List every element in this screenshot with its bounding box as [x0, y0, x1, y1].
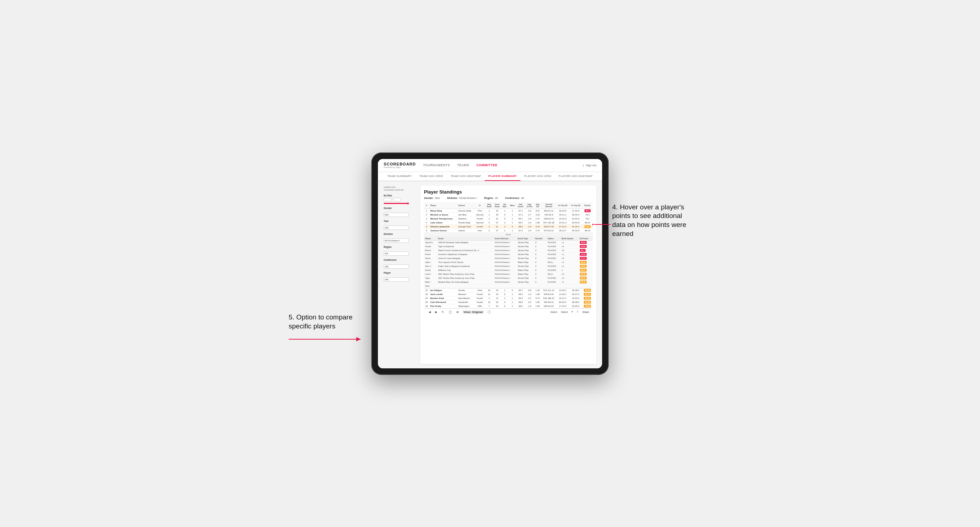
exp-cell-rounds: 3	[534, 272, 547, 276]
table-row-highlighted[interactable]: 5 Christo Lamprecht Georgia Tech Fourth …	[424, 224, 593, 229]
cell-num: 22	[424, 288, 429, 292]
table-row[interactable]: 22 Ian Gilligan Florida Third 10 24 1 0 …	[424, 288, 593, 292]
toolbar-paste-btn[interactable]: ⇄	[455, 310, 460, 314]
exp-cell-impact: +0	[560, 256, 579, 260]
table-row[interactable]: 26 Petr Hruby Washington Fifth 7 23 0 1 …	[424, 304, 593, 308]
cell-rds: 0	[501, 292, 508, 296]
cell-player: Bastien Amat	[429, 296, 457, 300]
subnav-player-h2h-heatmap[interactable]: PLAYER H2H HEATMAP	[555, 172, 597, 181]
subnav-team-h2h-heatmap[interactable]: TEAM H2H HEATMAP	[447, 172, 485, 181]
separator-row: Niche	[424, 232, 593, 237]
range-slider[interactable]	[383, 203, 409, 204]
cell-par: -3.2	[525, 209, 534, 213]
cell-sg: 2.72	[534, 229, 541, 232]
cell-vs50: 19-16-2	[570, 296, 582, 300]
table-row[interactable]: 2 Michael La Sasso Ole Miss Second 1 18 …	[424, 213, 593, 217]
nav-committee[interactable]: COMMITTEE	[477, 163, 498, 168]
cell-yr: Fourth	[474, 224, 485, 229]
exp-cell-div: NCAA Division I	[494, 256, 517, 260]
points-badge-yellow: 40.27	[584, 293, 591, 296]
exp-cell-status: PLAYED	[547, 276, 560, 280]
exp-cell-event: Tiger Invitational	[437, 244, 494, 248]
subnav-player-summary[interactable]: PLAYER SUMMARY	[485, 172, 520, 181]
cell-points[interactable]: 40.58	[582, 288, 593, 292]
division-select[interactable]: NCAA Division I	[383, 238, 409, 243]
cell-wins: 1	[509, 221, 517, 224]
cell-points[interactable]: 76.2	[582, 213, 593, 217]
expanded-table-row: Brené Wake Forest Invitational at Pinehu…	[424, 248, 593, 252]
subnav-team-h2h-grid[interactable]: TEAM H2H GRID	[416, 172, 447, 181]
cell-record: 616-168-12	[541, 296, 557, 300]
table-row[interactable]: 24 Bastien Amat New Mexico Fourth 1 27 2…	[424, 296, 593, 300]
toolbar-share-btn[interactable]: Share	[582, 311, 589, 313]
table-row[interactable]: 23 Jack Lundin Missouri Fourth 11 24 0 1…	[424, 292, 593, 296]
col-overall: OverallRecord	[541, 202, 557, 209]
year-select[interactable]: (All)	[383, 225, 409, 230]
cell-par: -2.7	[525, 213, 534, 217]
col-school: School	[457, 202, 474, 209]
table-row[interactable]: 3 Michael Thorbjornsen Stanford Fourth 1…	[424, 217, 593, 221]
cell-points[interactable]: 60.9	[582, 224, 593, 229]
table-row[interactable]: 6 Jackson Koivun Auburn First 2 27 1 1 6…	[424, 229, 593, 232]
points-badge-yellow: 40.02	[584, 297, 591, 300]
exp-cell-player: Matt I	[424, 280, 437, 284]
cell-record: 547-142-38	[541, 221, 557, 224]
player-select[interactable]: (All)	[383, 277, 409, 282]
cell-rds: 0	[501, 304, 508, 308]
annotation-right-body: Hover over a player's points to see addi…	[612, 203, 686, 237]
expanded-table-row: David Williams Cup NCAA Division I Match…	[424, 268, 593, 272]
logo-text: SCOREBOARD	[383, 162, 416, 166]
cell-points[interactable]: 79.2	[582, 217, 593, 221]
toolbar-dropdown-icon[interactable]: ▾	[571, 310, 573, 313]
subnav-player-h2h-grid[interactable]: PLAYER H2H GRID	[520, 172, 555, 181]
annotation-right: 4. Hover over a player's points to see a…	[612, 203, 691, 238]
table-row[interactable]: 4 Luke Claton Florida State Second 5 27 …	[424, 221, 593, 224]
cell-points[interactable]: 40.02	[582, 296, 593, 300]
cell-points[interactable]: 58.18	[582, 229, 593, 232]
cell-rds: 0	[501, 217, 508, 221]
points-badge: 69.2	[584, 210, 590, 212]
conference-select[interactable]: (All)	[383, 264, 409, 269]
exp-cell-player: Luke I	[424, 272, 437, 276]
nav-teams[interactable]: TEAMS	[457, 163, 469, 168]
cell-yr: Fourth	[474, 217, 485, 221]
exp-cell-impact: 1	[560, 268, 579, 272]
cell-vs50: 29-39-2	[570, 288, 582, 292]
cell-player: Jack Lundin	[429, 292, 457, 296]
region-select[interactable]: N/A	[383, 251, 409, 256]
no-rds-min-input[interactable]	[383, 198, 391, 202]
exp-cell-div: NCAA Division I	[494, 248, 517, 252]
exp-cell-wpoints: 37.57	[579, 256, 593, 260]
sign-out-link[interactable]: Sign out	[586, 163, 597, 167]
expanded-table-row: Jacob K UNCW Seahawk Intercollegiate NCA…	[424, 240, 593, 244]
toolbar-forward-btn[interactable]: ▶	[434, 310, 438, 314]
expanded-table-row: Matt I Mirabel Maui Jim Intercollegiate …	[424, 280, 593, 284]
exp-cell-status: PLAYED	[547, 244, 560, 248]
table-row[interactable]: 25 Cole Sherwood Vanderbilt Fourth 12 23…	[424, 300, 593, 304]
toolbar-copy-btn[interactable]: 📋	[447, 310, 453, 314]
exp-cell-type: Stroke Play	[517, 276, 534, 280]
cell-player: Jackson Koivun	[429, 229, 457, 232]
cell-points[interactable]: 69.2	[582, 209, 593, 213]
no-rds-row	[383, 198, 416, 202]
toolbar-watch-btn[interactable]: Watch	[550, 311, 557, 313]
left-arrow-svg	[289, 334, 368, 344]
cell-record: 440-26-6	[541, 213, 557, 217]
no-rds-max-input[interactable]	[393, 198, 401, 202]
nav-separator: |	[583, 163, 584, 167]
nav-tournaments[interactable]: TOURNAMENTS	[423, 163, 450, 168]
toolbar-back-btn[interactable]: ◀	[428, 310, 432, 314]
gender-select[interactable]: Men Women	[383, 213, 409, 217]
cell-sg: 1.68	[534, 292, 541, 296]
subnav-team-summary[interactable]: TEAM SUMMARY	[383, 172, 416, 181]
exp-cell-status: NULL	[547, 260, 560, 264]
toolbar-refresh-btn[interactable]: ↻	[441, 310, 445, 314]
cell-points[interactable]: 68.54	[582, 221, 593, 224]
cell-points[interactable]: 38.49	[582, 304, 593, 308]
expanded-table-row: Luke I SEC Match Play hosted by Jerry Pa…	[424, 272, 593, 276]
exp-col-division: Event Division	[494, 237, 517, 241]
cell-points[interactable]: 40.27	[582, 292, 593, 296]
table-row[interactable]: 1 Wenyi Ding Arizona State First 1 15 1 …	[424, 209, 593, 213]
toolbar-view-btn[interactable]: View: Original	[462, 310, 484, 314]
cell-points[interactable]: 39.95	[582, 300, 593, 304]
